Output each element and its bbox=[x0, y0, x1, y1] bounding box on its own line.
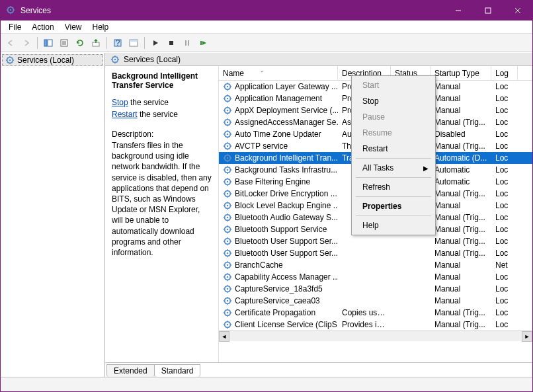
service-list[interactable]: Name⌃ Description Status Startup Type Lo… bbox=[219, 66, 532, 362]
export-button[interactable] bbox=[89, 36, 103, 50]
col-name[interactable]: Name⌃ bbox=[219, 66, 338, 80]
table-row[interactable]: Certificate PropagationCopies user ...Ma… bbox=[219, 307, 532, 319]
start-service-button[interactable] bbox=[148, 36, 163, 50]
col-log[interactable]: Log bbox=[491, 66, 518, 80]
context-menu: Start Stop Pause Resume Restart All Task… bbox=[351, 75, 436, 235]
menu-help[interactable]: Help bbox=[87, 21, 114, 33]
svg-rect-20 bbox=[200, 41, 202, 45]
app-icon bbox=[6, 5, 17, 16]
svg-rect-17 bbox=[169, 41, 173, 45]
content-pane: Services (Local) Background Intelligent … bbox=[105, 53, 532, 377]
window-title: Services bbox=[20, 6, 443, 15]
table-row[interactable]: CaptureService_caea03ManualLoc bbox=[219, 295, 532, 307]
restart-service-button[interactable] bbox=[196, 36, 210, 50]
ctx-help[interactable]: Help bbox=[353, 217, 434, 233]
restart-link[interactable]: Restart bbox=[112, 108, 138, 120]
description-label: Description: bbox=[112, 130, 212, 139]
table-row[interactable]: Client License Service (ClipSProvides in… bbox=[219, 319, 532, 331]
menu-view[interactable]: View bbox=[60, 21, 87, 33]
ctx-properties[interactable]: Properties bbox=[353, 198, 434, 214]
stop-service-button[interactable] bbox=[164, 36, 179, 50]
table-row[interactable]: CaptureService_18a3fd5ManualLoc bbox=[219, 283, 532, 295]
pause-service-button[interactable] bbox=[180, 36, 194, 50]
chevron-right-icon: ▶ bbox=[423, 165, 429, 172]
table-row[interactable]: BranchCacheManualNet bbox=[219, 259, 532, 271]
scroll-right-button[interactable]: ► bbox=[522, 331, 532, 342]
services-window: Services File Action View Help ? bbox=[0, 0, 533, 392]
properties-button[interactable] bbox=[57, 36, 71, 50]
table-row[interactable]: Capability Access Manager ...ManualLoc bbox=[219, 271, 532, 283]
close-button[interactable] bbox=[503, 1, 532, 20]
refresh-button[interactable] bbox=[73, 36, 87, 50]
ctx-pause: Pause bbox=[353, 109, 434, 125]
ctx-refresh[interactable]: Refresh bbox=[353, 179, 434, 195]
minimize-button[interactable] bbox=[443, 1, 473, 20]
table-row[interactable]: Bluetooth User Support Ser...Manual (Tri… bbox=[219, 235, 532, 247]
selected-service-name: Background Intelligent Transfer Service bbox=[112, 71, 212, 90]
statusbar bbox=[1, 377, 532, 391]
horizontal-scrollbar[interactable]: ◄ ► bbox=[219, 331, 532, 341]
content-header-title: Services (Local) bbox=[124, 55, 181, 64]
toolbar: ? bbox=[1, 34, 532, 52]
table-row[interactable]: Bluetooth User Support Ser...Manual (Tri… bbox=[219, 247, 532, 259]
titlebar[interactable]: Services bbox=[1, 1, 532, 20]
svg-rect-3 bbox=[485, 8, 491, 13]
ctx-all-tasks[interactable]: All Tasks▶ bbox=[353, 160, 434, 176]
ctx-stop[interactable]: Stop bbox=[353, 93, 434, 109]
menu-action[interactable]: Action bbox=[26, 21, 59, 33]
show-hide-tree-button[interactable] bbox=[41, 36, 56, 50]
action-button[interactable] bbox=[126, 36, 141, 50]
back-button[interactable] bbox=[3, 36, 18, 50]
description-text: Transfers files in the background using … bbox=[112, 140, 212, 258]
content-header: Services (Local) bbox=[105, 53, 532, 66]
tab-standard[interactable]: Standard bbox=[154, 364, 201, 377]
maximize-button[interactable] bbox=[473, 1, 503, 20]
view-tabs: Extended Standard bbox=[105, 362, 532, 377]
sort-arrow-icon: ⌃ bbox=[260, 70, 265, 76]
svg-rect-18 bbox=[185, 40, 186, 46]
help-button[interactable]: ? bbox=[110, 36, 125, 50]
stop-link[interactable]: Stop bbox=[112, 97, 128, 108]
tree-pane[interactable]: Services (Local) bbox=[1, 53, 105, 377]
menubar: File Action View Help bbox=[1, 20, 532, 34]
menu-file[interactable]: File bbox=[3, 21, 26, 33]
col-startup[interactable]: Startup Type bbox=[430, 66, 491, 80]
svg-rect-7 bbox=[48, 40, 52, 46]
svg-rect-19 bbox=[188, 40, 189, 46]
main-area: Services (Local) Services (Local) Backgr… bbox=[1, 52, 532, 377]
svg-text:?: ? bbox=[116, 38, 120, 48]
ctx-resume: Resume bbox=[353, 125, 434, 141]
description-pane: Background Intelligent Transfer Service … bbox=[105, 66, 219, 362]
ctx-restart[interactable]: Restart bbox=[353, 141, 434, 157]
svg-rect-16 bbox=[130, 40, 138, 42]
scroll-left-button[interactable]: ◄ bbox=[219, 331, 229, 342]
tab-extended[interactable]: Extended bbox=[106, 364, 155, 377]
tree-root-label: Services (Local) bbox=[17, 56, 74, 65]
tree-root-services-local[interactable]: Services (Local) bbox=[2, 54, 103, 66]
forward-button[interactable] bbox=[19, 36, 34, 50]
ctx-start: Start bbox=[353, 77, 434, 93]
svg-rect-6 bbox=[44, 40, 47, 46]
